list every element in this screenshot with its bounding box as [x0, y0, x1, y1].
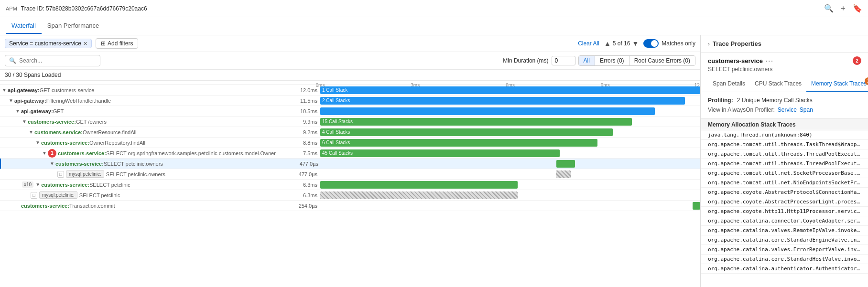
matches-toggle-switch[interactable] — [643, 39, 659, 48]
db-duration: 6.3ms — [287, 192, 320, 198]
search-icon-small: 🔍 — [9, 57, 16, 64]
add-icon[interactable]: ＋ — [839, 3, 847, 13]
stack-trace-item[interactable]: org.apache.catalina.connector.CoyoteAdap… — [701, 216, 868, 226]
collapse-btn[interactable]: ▼ — [50, 161, 54, 166]
tab-waterfall[interactable]: Waterfall — [6, 18, 42, 34]
speech-badge-1: 1 — [48, 149, 56, 158]
call-stack-label: 2 Call Stacks — [320, 98, 350, 103]
view-span-link[interactable]: Span — [800, 106, 813, 113]
search-row: 🔍 Min Duration (ms) All Errors (0) Root … — [0, 52, 700, 70]
search-input[interactable] — [19, 57, 91, 64]
call-stack-label: 6 Call Stacks — [320, 140, 350, 145]
min-duration-input[interactable] — [552, 56, 575, 65]
timeline-cell — [320, 190, 700, 201]
stack-trace-item[interactable]: org.apache.catalina.core.StandardEngineV… — [701, 235, 868, 245]
collapse-btn[interactable]: ▼ — [2, 87, 7, 93]
top-bar-left: APM Trace ID: 57b8028b0302c667a6dd76679c… — [6, 5, 147, 12]
collapse-btn[interactable]: ▼ — [29, 129, 33, 135]
stack-trace-item[interactable]: org.apache.tomcat.util.net.SocketProcess… — [701, 169, 868, 178]
span-row[interactable]: customers-service: Transaction.commit 25… — [0, 201, 700, 211]
stack-trace-item[interactable]: org.apache.tomcat.util.threads.ThreadPoo… — [701, 159, 868, 169]
timeline-cell — [321, 159, 700, 169]
collapse-btn[interactable]: ▼ — [15, 108, 20, 114]
span-row[interactable]: ▼ api-gateway: GET 10.5ms — [0, 106, 700, 117]
stack-trace-item[interactable]: org.apache.coyote.AbstractProtocol$Conne… — [701, 188, 868, 197]
service-name-label: customers-service — [708, 57, 763, 64]
span-row[interactable]: ▼ 1 customers-service: SELECT org.spring… — [0, 148, 700, 159]
collapse-btn[interactable]: ▼ — [35, 140, 40, 145]
stack-trace-item[interactable]: java.lang.Thread.run(unknown:840) — [701, 130, 868, 140]
collapse-btn[interactable]: ▼ — [22, 119, 27, 124]
nav-up-button[interactable]: ▲ — [604, 40, 611, 47]
timeline-header: 0ms 3ms 6ms 9ms 12ms — [0, 81, 700, 85]
clear-all-button[interactable]: Clear All — [578, 40, 599, 47]
span-name-cell: customers-service: Transaction.commit — [0, 203, 287, 209]
bookmark-icon[interactable]: 🔖 — [853, 4, 862, 13]
span-name-cell: ▼ api-gateway: FilteringWebHandler.handl… — [0, 98, 287, 104]
filter-right: Clear All ▲ 5 of 16 ▼ Matches only — [578, 39, 695, 48]
service-label: api-gateway: — [14, 98, 46, 104]
filter-chip-close[interactable]: ✕ — [83, 41, 87, 47]
service-label: customers-service: — [21, 203, 69, 209]
trace-id: Trace ID: 57b8028b0302c667a6dd76679c20aa… — [21, 5, 147, 12]
collapse-btn[interactable]: ▼ — [42, 150, 47, 156]
span-op: SELECT org.springframework.samples.petcl… — [106, 150, 276, 156]
span-op: OwnerResource.findAll — [83, 129, 137, 135]
span-row[interactable]: ▼ api-gateway: GET customers-service 12.… — [0, 85, 700, 96]
chevron-right-icon: › — [708, 41, 710, 47]
view-label: View in AlwaysOn Profiler: — [708, 106, 775, 113]
span-row[interactable]: ▼ api-gateway: FilteringWebHandler.handl… — [0, 96, 700, 106]
filter-errors-button[interactable]: Errors (0) — [595, 56, 629, 65]
span-name-cell: x10 ▼ customers-service: SELECT petclini… — [0, 181, 287, 188]
stack-trace-item[interactable]: org.apache.catalina.valves.RemoteIpValve… — [701, 226, 868, 235]
service-menu-button[interactable]: ··· — [766, 57, 774, 64]
stack-trace-item[interactable]: org.apache.coyote.http11.Http11Processor… — [701, 207, 868, 216]
db-row[interactable]: □ mysql:petclinic: SELECT petclinic.owne… — [0, 169, 700, 180]
right-tab-memory-stack[interactable]: Memory Stack Traces 3 — [806, 76, 868, 92]
stack-trace-item[interactable]: org.apache.coyote.AbstractProcessorLight… — [701, 197, 868, 207]
stack-trace-item[interactable]: org.apache.tomcat.util.threads.ThreadPoo… — [701, 149, 868, 159]
filter-root-cause-button[interactable]: Root Cause Errors (0) — [629, 56, 695, 65]
filter-all-button[interactable]: All — [579, 56, 595, 65]
span-duration: 8.8ms — [287, 140, 320, 146]
tab-span-performance[interactable]: Span Performance — [42, 18, 105, 34]
app-name: APM — [6, 6, 17, 11]
span-row[interactable]: x10 ▼ customers-service: SELECT petclini… — [0, 180, 700, 190]
add-filter-button[interactable]: ⊞ Add filters — [96, 38, 138, 49]
view-row: View in AlwaysOn Profiler: Service Span — [701, 106, 868, 118]
timeline-cell — [320, 180, 700, 190]
db-icon: □ — [57, 171, 64, 178]
span-op: OwnerRepository.findAll — [89, 140, 145, 146]
span-row[interactable]: ▼ customers-service: OwnerRepository.fin… — [0, 138, 700, 148]
span-duration: 6.3ms — [287, 182, 320, 188]
db-query: SELECT petclinic.owners — [106, 171, 165, 177]
stack-trace-item[interactable]: org.apache.catalina.valves.ErrorReportVa… — [701, 245, 868, 255]
db-query: SELECT petclinic — [79, 192, 120, 198]
db-row[interactable]: □ mysql:petclinic: SELECT petclinic 6.3m… — [0, 190, 700, 201]
search-icon[interactable]: 🔍 — [824, 4, 834, 13]
span-row[interactable]: ▼ customers-service: OwnerResource.findA… — [0, 127, 700, 138]
spans-count: 30 / 30 Spans Loaded — [0, 70, 700, 81]
stack-trace-item[interactable]: org.apache.tomcat.util.threads.TaskThrea… — [701, 140, 868, 149]
view-service-link[interactable]: Service — [778, 106, 797, 113]
right-tab-span-details[interactable]: Span Details — [708, 76, 750, 92]
collapse-btn[interactable]: ▼ — [35, 182, 40, 187]
span-op: SELECT petclinic — [89, 182, 130, 188]
filter-chip-service[interactable]: Service = customers-service ✕ — [5, 39, 92, 48]
collapse-btn[interactable]: ▼ — [9, 98, 13, 103]
stack-trace-item[interactable]: org.apache.catalina.core.StandardHostVal… — [701, 255, 868, 264]
top-bar: APM Trace ID: 57b8028b0302c667a6dd76679c… — [0, 0, 868, 17]
service-label: api-gateway: — [8, 87, 40, 93]
span-row[interactable]: ▼ customers-service: GET /owners 9.9ms 1… — [0, 117, 700, 127]
nav-down-button[interactable]: ▼ — [632, 40, 639, 47]
stack-trace-item[interactable]: org.apache.catalina.authenticator.Authen… — [701, 264, 868, 274]
add-filter-label: Add filters — [108, 40, 133, 47]
stack-trace-item[interactable]: org.apache.tomcat.util.net.NioEndpoint$S… — [701, 178, 868, 188]
call-stack-label: 15 Call Stacks — [320, 119, 353, 124]
span-row-selected[interactable]: ▼ customers-service: SELECT petclinic.ow… — [0, 159, 700, 169]
stack-traces-list: java.lang.Thread.run(unknown:840) org.ap… — [701, 130, 868, 274]
right-panel-header[interactable]: › Trace Properties — [701, 35, 868, 53]
right-tab-cpu-stack[interactable]: CPU Stack Traces — [750, 76, 806, 92]
span-name-cell: ▼ api-gateway: GET — [0, 108, 287, 114]
service-label: customers-service: — [41, 182, 89, 188]
